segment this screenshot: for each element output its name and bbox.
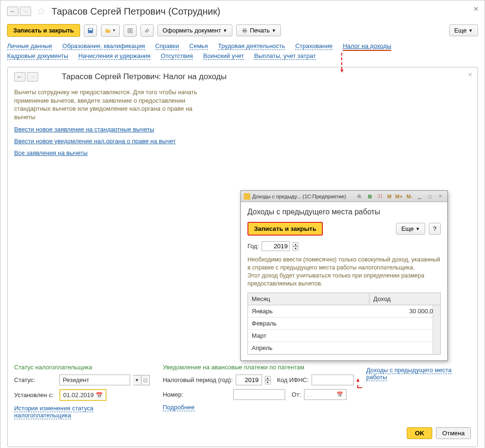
window-header: ← → ☆ Тарасов Сергей Петрович (Сотрудник… — [7, 5, 478, 17]
sub-close-icon[interactable]: ✕ — [468, 71, 473, 78]
grid-body: Январь30 000,00 Февраль Март Апрель — [248, 305, 440, 354]
popup-grid-icon[interactable]: ▦ — [365, 193, 374, 200]
link-tax-notification[interactable]: Ввести новое уведомление нал.органа о пр… — [14, 138, 176, 145]
star-icon[interactable]: ☆ — [37, 5, 46, 17]
popup-heading: Доходы с предыдущего места работы — [247, 208, 441, 216]
tab-employment[interactable]: Трудовая деятельность — [218, 42, 285, 50]
popup-title-2: (1С:Предприятие) — [303, 194, 346, 199]
m-button[interactable]: M — [386, 194, 392, 199]
sub-nav-forward[interactable]: → — [27, 72, 38, 81]
sub-title: Тарасов Сергей Петрович: Налог на доходы — [62, 72, 227, 81]
table-row[interactable]: Март — [248, 330, 440, 342]
from-date-input[interactable]: . . 📅 — [304, 389, 346, 400]
income-grid: Месяц Доход Январь30 000,00 Февраль Март… — [247, 293, 441, 355]
save-close-button[interactable]: Записать и закрыть — [7, 24, 80, 37]
table-row[interactable]: Февраль — [248, 318, 440, 330]
popup-max-icon[interactable]: ◻ — [426, 193, 434, 200]
year-up[interactable]: ▲ — [293, 242, 298, 246]
setfrom-date-input[interactable]: 01.02.2019📅 — [59, 389, 107, 401]
table-row[interactable]: Апрель — [248, 342, 440, 354]
annotation-arrow — [357, 379, 442, 388]
popup-min-icon[interactable]: ▁ — [415, 193, 424, 200]
ok-button[interactable]: OK — [407, 427, 432, 439]
year-down[interactable]: ▼ — [293, 246, 298, 251]
svg-rect-1 — [89, 28, 92, 30]
popup-info-text: Необходимо ввести (помесячно) только сов… — [247, 256, 441, 288]
period-label: Налоговый период (год): — [163, 376, 233, 383]
col-month: Месяц — [248, 293, 370, 305]
year-label: Год: — [247, 243, 259, 250]
tab-education[interactable]: Образование, квалификация — [62, 42, 145, 50]
popup-more-button[interactable]: Еще▼ — [396, 223, 425, 235]
calendar-icon[interactable]: 📅 — [337, 391, 343, 398]
attach-icon-button[interactable] — [140, 24, 154, 37]
tab-insurance[interactable]: Страхование — [295, 42, 332, 50]
main-toolbar: Записать и закрыть ▼ Оформить документ▼ … — [7, 24, 478, 37]
popup-save-close-button[interactable]: Записать и закрыть — [247, 222, 323, 236]
tab-hr-docs[interactable]: Кадровые документы — [7, 52, 68, 60]
create-document-button[interactable]: Оформить документ▼ — [157, 24, 232, 36]
from-label: От: — [292, 391, 301, 398]
tab-refs[interactable]: Справки — [155, 42, 179, 50]
status-label: Статус: — [14, 376, 57, 383]
nav-back-button[interactable]: ← — [7, 7, 18, 16]
print-button[interactable]: Печать▼ — [236, 24, 281, 36]
taxpayer-status-section: Статус налогоплательщика Статус: Резиден… — [14, 364, 151, 419]
year-input[interactable] — [262, 241, 290, 251]
popup-help-button[interactable]: ? — [429, 223, 441, 235]
period-down[interactable]: ▼ — [265, 380, 271, 384]
arrow-head-icon: ▼ — [339, 68, 345, 73]
prev-income-link-wrap: Доходы с предыдущего места работы — [366, 364, 471, 381]
more-button[interactable]: Еще▼ — [449, 24, 478, 36]
annotation-arrow — [341, 53, 342, 70]
status-dropdown-btn[interactable]: ▼ — [133, 375, 141, 385]
link-all-applications[interactable]: Все заявления на вычеты — [14, 149, 88, 156]
save-icon-button[interactable] — [84, 24, 97, 37]
tab-absences[interactable]: Отсутствия — [161, 52, 193, 60]
svg-rect-8 — [243, 31, 246, 33]
tab-payments[interactable]: Выплаты, учет затрат — [254, 52, 316, 60]
tab-military[interactable]: Воинский учет — [203, 52, 244, 60]
status-open-btn[interactable]: ▢ — [141, 375, 150, 385]
sub-nav-back[interactable]: ← — [14, 72, 25, 81]
popup-close-icon[interactable]: ✕ — [436, 193, 444, 200]
close-icon[interactable]: ✕ — [473, 5, 479, 13]
list-icon-button[interactable] — [123, 24, 137, 37]
ifns-label: Код ИФНС: — [277, 376, 309, 383]
arrow-head-icon: ▲ — [355, 377, 361, 383]
tab-family[interactable]: Семья — [189, 42, 208, 50]
calendar-icon[interactable]: 📅 — [96, 392, 103, 399]
m-minus-button[interactable]: M- — [405, 194, 413, 199]
table-row[interactable]: Январь30 000,00 — [248, 305, 440, 318]
tab-accruals[interactable]: Начисления и удержания — [78, 52, 150, 60]
ifns-input[interactable] — [312, 375, 354, 385]
nav-forward-button[interactable]: → — [20, 7, 31, 16]
tab-income-tax[interactable]: Налог на доходы — [343, 42, 391, 49]
number-label: Номер: — [163, 391, 183, 398]
number-input[interactable] — [233, 389, 285, 400]
patent-title: Уведомление на авансовые платежи по пате… — [163, 364, 355, 371]
popup-print-icon[interactable]: 🖶 — [355, 193, 363, 200]
cancel-button[interactable]: Отмена — [436, 427, 471, 439]
col-income: Доход — [370, 293, 440, 305]
popup-calendar-icon[interactable]: 31 — [376, 193, 384, 200]
m-plus-button[interactable]: M+ — [395, 194, 404, 199]
grid-scrollbar[interactable] — [433, 305, 440, 354]
period-up[interactable]: ▲ — [265, 376, 271, 380]
setfrom-label: Установлен с: — [14, 391, 57, 399]
window-title: Тарасов Сергей Петрович (Сотрудник) — [51, 6, 220, 16]
app-icon — [244, 193, 250, 200]
folder-dropdown-button[interactable]: ▼ — [101, 24, 120, 37]
status-history-link[interactable]: История изменения статуса налогоплательщ… — [14, 405, 93, 419]
taxpayer-status-title: Статус налогоплательщика — [14, 364, 151, 371]
tab-links: Личные данные Образование, квалификация … — [7, 42, 478, 59]
footer-buttons: OK Отмена — [14, 427, 471, 439]
link-standard-deductions[interactable]: Ввести новое заявление на стандартные вы… — [14, 126, 154, 133]
popup-title-1: Доходы с предыду... — [252, 194, 301, 199]
annotation-arrow — [357, 387, 362, 388]
patent-details-link[interactable]: Подробнее — [163, 404, 194, 411]
deductions-info: Вычеты сотруднику не предоставляются. Дл… — [14, 88, 203, 121]
tab-personal[interactable]: Личные данные — [7, 42, 52, 50]
status-select[interactable]: Резидент — [59, 375, 130, 385]
period-input[interactable] — [236, 375, 262, 385]
